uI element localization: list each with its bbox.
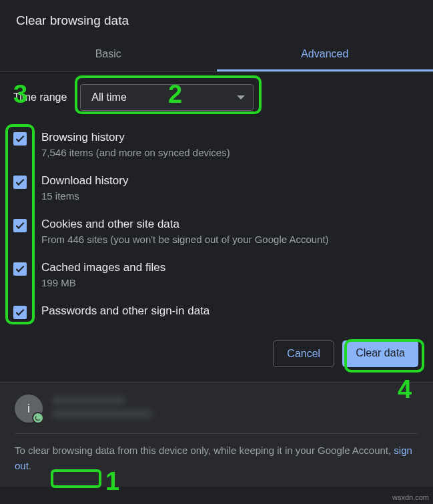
- item-title: Passwords and other sign-in data: [41, 304, 420, 318]
- time-range-value: All time: [91, 91, 126, 103]
- note-text-after: .: [29, 460, 31, 471]
- account-section: i To clear browsing data from this devic…: [0, 382, 433, 487]
- list-item: Cookies and other site data From 446 sit…: [13, 210, 420, 253]
- note-text-before: To clear browsing data from this device …: [15, 445, 394, 456]
- check-icon: [16, 307, 25, 316]
- dialog-actions: Cancel Clear data: [0, 328, 433, 382]
- time-range-row: Time range All time: [0, 72, 433, 116]
- clear-data-button[interactable]: Clear data: [342, 340, 418, 367]
- sync-icon: [32, 412, 44, 424]
- account-text: [52, 395, 152, 422]
- list-item: Download history 15 items: [13, 166, 420, 210]
- check-icon: [16, 264, 25, 272]
- check-icon: [16, 134, 25, 142]
- check-icon: [16, 177, 25, 186]
- list-item: Passwords and other sign-in data: [13, 296, 420, 328]
- time-range-select[interactable]: All time: [80, 84, 254, 111]
- time-range-label: Time range: [13, 91, 67, 103]
- item-title: Browsing history: [41, 131, 420, 144]
- data-type-list: Browsing history 7,546 items (and more o…: [0, 116, 433, 328]
- item-subtitle: 7,546 items (and more on synced devices): [41, 147, 420, 158]
- tab-basic[interactable]: Basic: [0, 39, 217, 71]
- avatar-letter: i: [27, 402, 30, 416]
- tab-bar: Basic Advanced: [0, 39, 433, 72]
- list-item: Cached images and files 199 MB: [13, 253, 420, 296]
- item-title: Download history: [41, 174, 420, 188]
- sign-out-note: To clear browsing data from this device …: [15, 443, 418, 473]
- checkbox-passwords[interactable]: [13, 306, 27, 319]
- dialog-title: Clear browsing data: [0, 0, 433, 39]
- checkbox-cookies[interactable]: [13, 219, 27, 232]
- checkbox-download-history[interactable]: [13, 176, 27, 189]
- item-title: Cookies and other site data: [41, 218, 420, 231]
- cancel-button[interactable]: Cancel: [273, 340, 334, 367]
- chevron-down-icon: [237, 95, 245, 99]
- avatar: i: [15, 395, 43, 423]
- item-subtitle: 199 MB: [41, 277, 420, 288]
- tab-advanced[interactable]: Advanced: [217, 39, 434, 71]
- list-item: Browsing history 7,546 items (and more o…: [13, 123, 420, 166]
- item-subtitle: From 446 sites (you won't be signed out …: [41, 234, 420, 245]
- checkbox-cached-images[interactable]: [13, 262, 27, 276]
- account-row: i: [15, 395, 418, 434]
- watermark: wsxdn.com: [392, 493, 429, 501]
- item-title: Cached images and files: [41, 261, 420, 274]
- checkbox-browsing-history[interactable]: [13, 132, 27, 146]
- check-icon: [16, 220, 25, 229]
- item-subtitle: 15 items: [41, 190, 420, 202]
